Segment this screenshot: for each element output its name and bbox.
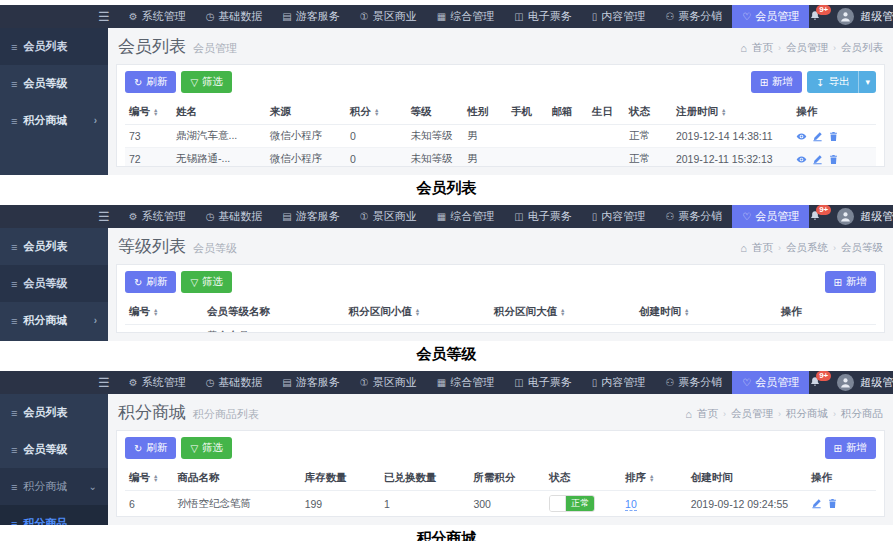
- nav-item-7[interactable]: ⚇票务分销: [655, 371, 732, 394]
- menu-toggle-icon[interactable]: ☰: [96, 209, 119, 224]
- toolbar-button[interactable]: ↻刷新: [125, 71, 176, 93]
- notifications-button[interactable]: 9+: [809, 10, 821, 24]
- nav-item-7[interactable]: ⚇票务分销: [655, 5, 732, 28]
- nav-item-2[interactable]: ▤游客服务: [272, 205, 349, 228]
- column-header[interactable]: 编号▲▼: [125, 300, 203, 325]
- breadcrumb-item[interactable]: 会员管理: [786, 41, 828, 55]
- breadcrumb-item[interactable]: 积分商品: [841, 407, 883, 421]
- breadcrumb-item[interactable]: 首页: [752, 241, 773, 255]
- sidebar-item-0[interactable]: ≡会员列表: [0, 228, 108, 265]
- nav-item-3[interactable]: ①景区商业: [350, 371, 427, 394]
- sort-icon: ▲▼: [374, 108, 379, 117]
- edit-icon[interactable]: [812, 131, 823, 142]
- notifications-button[interactable]: 9+: [809, 376, 821, 390]
- toolbar-button[interactable]: ▽筛选: [181, 271, 232, 293]
- navbar-items: ⚙系统管理◷基础数据▤游客服务①景区商业▦综合管理◫电子票务▯内容管理⚇票务分销…: [119, 205, 809, 228]
- main-content: 等级列表 会员等级 ⌂首页›会员系统›会员等级 ↻刷新▽筛选 ⊞新增 编号▲▼会…: [108, 228, 893, 341]
- column-header[interactable]: 积分区间小值▲▼: [345, 300, 490, 325]
- nav-item-5[interactable]: ◫电子票务: [504, 5, 581, 28]
- nav-item-6[interactable]: ▯内容管理: [582, 371, 656, 394]
- table-cell: 正常: [625, 125, 672, 148]
- avatar[interactable]: [837, 208, 854, 225]
- dropdown-caret-button[interactable]: ▾: [858, 71, 876, 93]
- breadcrumb-item[interactable]: 会员系统: [786, 241, 828, 255]
- eye-icon[interactable]: [796, 131, 807, 142]
- sidebar-item-2[interactable]: ≡积分商城›: [0, 102, 108, 139]
- edit-icon[interactable]: [812, 154, 823, 165]
- nav-item-4[interactable]: ▦综合管理: [427, 205, 504, 228]
- nav-item-8[interactable]: ♡会员管理: [732, 371, 809, 394]
- nav-item-6[interactable]: ▯内容管理: [582, 5, 656, 28]
- trash-icon[interactable]: [797, 331, 808, 334]
- toolbar-button[interactable]: ▽筛选: [181, 71, 232, 93]
- nav-item-1[interactable]: ◷基础数据: [196, 371, 273, 394]
- avatar[interactable]: [837, 8, 854, 25]
- toolbar-button[interactable]: ⊞新增: [825, 271, 876, 293]
- nav-item-4[interactable]: ▦综合管理: [427, 5, 504, 28]
- nav-item-4[interactable]: ▦综合管理: [427, 371, 504, 394]
- sidebar-item-0[interactable]: ≡会员列表: [0, 394, 108, 431]
- toolbar-button[interactable]: ⊞新增: [825, 437, 876, 459]
- sidebar-item-1[interactable]: ≡会员等级: [0, 431, 108, 468]
- nav-item-7[interactable]: ⚇票务分销: [655, 205, 732, 228]
- user-menu[interactable]: 超级管理员 ▾: [854, 209, 893, 224]
- nav-item-5[interactable]: ◫电子票务: [504, 205, 581, 228]
- column-header[interactable]: 编号▲▼: [125, 466, 173, 491]
- trash-icon[interactable]: [827, 498, 838, 509]
- nav-item-8[interactable]: ♡会员管理: [732, 5, 809, 28]
- breadcrumb-item[interactable]: 会员列表: [841, 41, 883, 55]
- nav-item-label: 会员管理: [755, 209, 799, 224]
- sidebar-item-2[interactable]: ≡积分商城⌄: [0, 468, 108, 505]
- nav-item-2[interactable]: ▤游客服务: [272, 371, 349, 394]
- nav-item-3[interactable]: ①景区商业: [350, 5, 427, 28]
- toolbar-button[interactable]: ↻刷新: [125, 271, 176, 293]
- column-header[interactable]: 排序▲▼: [621, 466, 687, 491]
- toolbar-button[interactable]: ⊞新增: [751, 71, 802, 93]
- column-header[interactable]: 注册时间▲▼: [672, 100, 792, 125]
- eye-icon[interactable]: [796, 154, 807, 165]
- breadcrumb-item[interactable]: 首页: [752, 41, 773, 55]
- trash-icon[interactable]: [828, 131, 839, 142]
- sidebar-item-3[interactable]: ≡积分商品: [0, 505, 108, 525]
- status-toggle[interactable]: 正常: [549, 495, 595, 512]
- edit-icon[interactable]: [811, 498, 822, 509]
- nav-item-0[interactable]: ⚙系统管理: [119, 371, 196, 394]
- nav-item-label: 景区商业: [373, 9, 417, 24]
- home-icon: ⌂: [685, 408, 692, 420]
- trash-icon[interactable]: [828, 154, 839, 165]
- column-header[interactable]: 创建时间▲▼: [635, 300, 777, 325]
- sidebar-item-1[interactable]: ≡会员等级: [0, 265, 108, 302]
- menu-toggle-icon[interactable]: ☰: [96, 375, 119, 390]
- toolbar-button[interactable]: ↧导出: [807, 71, 858, 93]
- column-header[interactable]: 积分▲▼: [346, 100, 406, 125]
- sort-value-link[interactable]: 10: [625, 498, 637, 511]
- breadcrumb-item[interactable]: 会员管理: [731, 407, 773, 421]
- notifications-button[interactable]: 9+: [809, 210, 821, 224]
- column-header[interactable]: 编号▲▼: [125, 100, 172, 125]
- nav-item-0[interactable]: ⚙系统管理: [119, 5, 196, 28]
- split-button: ↧导出▾: [807, 71, 876, 93]
- user-menu[interactable]: 超级管理员 ▾: [854, 375, 893, 390]
- column-header[interactable]: 积分区间大值▲▼: [490, 300, 635, 325]
- nav-item-2[interactable]: ▤游客服务: [272, 5, 349, 28]
- toolbar-button[interactable]: ▽筛选: [181, 437, 232, 459]
- avatar[interactable]: [837, 374, 854, 391]
- toolbar-button[interactable]: ↻刷新: [125, 437, 176, 459]
- sidebar-item-1[interactable]: ≡会员等级: [0, 65, 108, 102]
- menu-toggle-icon[interactable]: ☰: [96, 9, 119, 24]
- nav-item-5[interactable]: ◫电子票务: [504, 371, 581, 394]
- nav-item-3[interactable]: ①景区商业: [350, 205, 427, 228]
- breadcrumb-item[interactable]: 首页: [697, 407, 718, 421]
- user-menu[interactable]: 超级管理员 ▾: [854, 9, 893, 24]
- ticket-icon: ◫: [514, 377, 523, 388]
- breadcrumb-item[interactable]: 积分商城: [786, 407, 828, 421]
- sidebar-item-0[interactable]: ≡会员列表: [0, 28, 108, 65]
- nav-item-1[interactable]: ◷基础数据: [196, 5, 273, 28]
- sidebar-item-2[interactable]: ≡积分商城›: [0, 302, 108, 339]
- breadcrumb-item[interactable]: 会员等级: [841, 241, 883, 255]
- nav-item-0[interactable]: ⚙系统管理: [119, 205, 196, 228]
- nav-item-1[interactable]: ◷基础数据: [196, 205, 273, 228]
- nav-item-6[interactable]: ▯内容管理: [582, 205, 656, 228]
- nav-item-8[interactable]: ♡会员管理: [732, 205, 809, 228]
- edit-icon[interactable]: [781, 331, 792, 334]
